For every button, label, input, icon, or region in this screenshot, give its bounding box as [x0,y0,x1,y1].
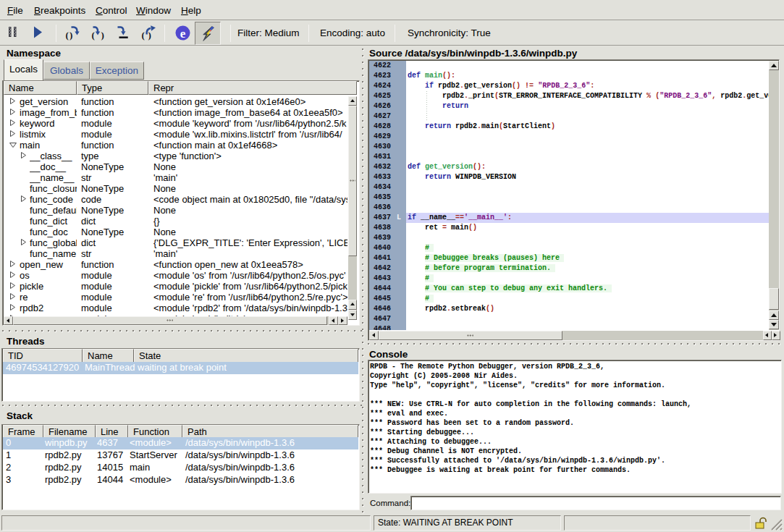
svg-text:(: ( [142,30,145,41]
svg-text:(): () [66,30,74,41]
svg-text:): ) [101,30,104,41]
svg-text:e: e [180,27,186,41]
svg-text:): ) [148,30,151,41]
svg-text:(: ( [92,30,95,41]
